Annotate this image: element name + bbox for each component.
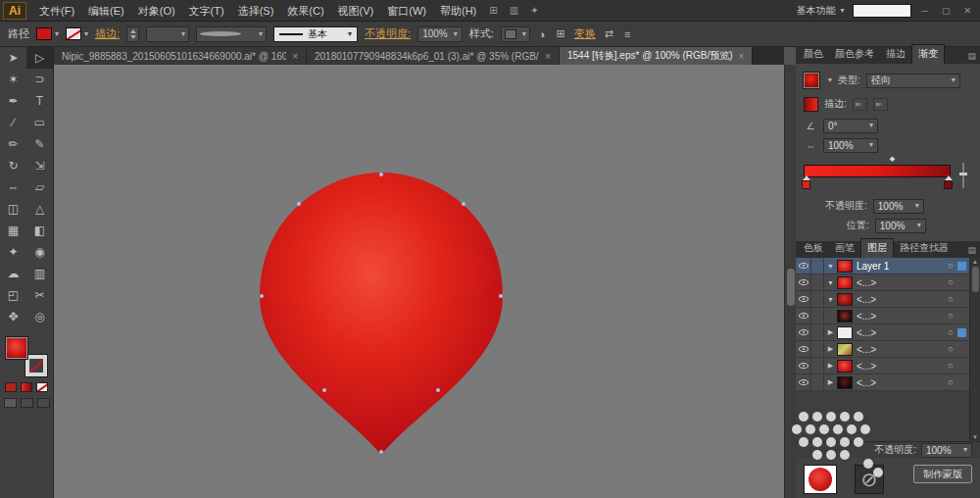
panel-tab[interactable]: 描边 [880,45,911,64]
selection-indicator[interactable] [957,345,966,354]
mesh-tool[interactable]: ▦ [0,220,26,241]
stroke-gradient-within-button[interactable] [853,98,867,111]
lock-toggle[interactable] [811,308,824,324]
stroke-swatch[interactable] [25,355,47,376]
target-icon[interactable]: ○ [944,344,957,354]
fill-stroke-widget[interactable] [6,337,47,376]
draw-normal-button[interactable] [4,398,17,408]
expand-toggle-icon[interactable]: ▶ [824,378,837,386]
close-icon[interactable]: × [545,51,551,62]
transform-panel-link[interactable]: 变换 [574,26,596,41]
expand-toggle-icon[interactable]: ▼ [824,296,837,303]
gradient-type-select[interactable]: 径向 ▾ [866,74,960,88]
lock-toggle[interactable] [811,341,824,357]
menu-item[interactable]: 窗口(W) [380,0,433,22]
scroll-up-icon[interactable]: ▲ [972,259,978,265]
menu-item[interactable]: 选择(S) [231,0,281,22]
selection-indicator[interactable] [957,278,966,287]
graphic-style-select[interactable]: ▾ [501,26,530,42]
recolor-artwork-icon[interactable]: ◑ [537,28,548,40]
object-thumbnail[interactable] [804,465,837,494]
panel-tab[interactable]: 颜色参考 [829,45,880,64]
gradient-button[interactable] [21,382,32,392]
layer-name[interactable]: Layer 1 [857,261,944,272]
layer-name[interactable]: <...> [857,361,944,372]
panel-tab[interactable]: 路径查找器 [894,239,955,258]
layer-row[interactable]: ▶ <...> ○ [796,358,969,374]
stroke-panel-link[interactable]: 描边: [95,26,120,41]
transparency-opacity-field[interactable]: 100% ▾ [921,443,972,458]
menu-item[interactable]: 视图(V) [331,0,381,22]
lock-toggle[interactable] [811,291,824,307]
gradient-angle-field[interactable]: 0° ▾ [823,119,878,133]
gradient-aspect-field[interactable]: 100% ▾ [823,138,878,153]
fill-color-swatch[interactable]: ▾ [36,27,59,40]
panel-menu-icon[interactable]: ▤ [967,51,976,61]
layer-row[interactable]: ▼ <...> ○ [796,274,969,291]
zoom-tool[interactable]: ◎ [26,306,53,327]
scroll-down-icon[interactable]: ▼ [972,434,978,440]
document-tab[interactable]: 20180107790948834k6p6_01 (3).ai* @ 35% (… [307,47,560,65]
layer-name[interactable]: <...> [857,327,944,338]
expand-toggle-icon[interactable]: ▼ [824,279,837,286]
panel-options-icon[interactable]: ≡ [622,28,632,40]
menu-item[interactable]: 效果(C) [280,0,330,22]
grid-view-icon[interactable]: ▥ [504,5,524,16]
lock-toggle[interactable] [811,374,824,390]
gradient-location-field[interactable]: 100% ▾ [875,219,926,233]
target-icon[interactable]: ○ [944,294,957,304]
close-icon[interactable]: × [292,51,298,62]
opacity-panel-link[interactable]: 不透明度: [365,26,411,41]
visibility-toggle[interactable] [796,258,811,274]
search-input[interactable] [853,4,911,18]
artboard-tool[interactable]: ◰ [0,284,26,306]
stroke-weight-select[interactable]: ▾ [146,26,189,42]
restore-icon[interactable]: ▢ [939,6,954,16]
shuffle-icon[interactable]: ⇄ [603,27,615,40]
visibility-toggle[interactable] [796,324,811,340]
gradient-tool[interactable]: ◧ [26,220,53,241]
canvas[interactable] [54,65,784,498]
brush-definition-select[interactable]: 基本 ▾ [273,26,358,42]
expand-toggle-icon[interactable]: ▶ [824,362,837,370]
fill-swatch[interactable] [6,337,27,359]
reverse-gradient-icon[interactable] [804,97,818,112]
stroke-color-swatch[interactable]: ▾ [66,27,88,40]
artwork-red-blob[interactable] [260,173,503,455]
gradient-swatch[interactable] [804,73,819,88]
pen-tool[interactable]: ✒ [0,90,26,112]
arrange-documents-icon[interactable]: ⊞ [483,5,503,16]
blend-tool[interactable]: ◉ [26,241,53,263]
stroke-weight-stepper[interactable] [126,26,139,42]
rectangle-tool[interactable]: ▭ [26,112,53,133]
workspace-switcher[interactable]: 基本功能 ▾ [797,4,845,18]
close-icon[interactable]: × [739,51,745,62]
layers-scrollbar[interactable]: ▲ ▼ [969,258,980,441]
target-icon[interactable]: ○ [944,311,957,321]
selection-indicator[interactable] [957,328,966,337]
lock-toggle[interactable] [811,258,824,274]
layer-row[interactable]: ▶ <...> ○ [796,341,969,358]
panel-tab[interactable]: 图层 [860,238,894,258]
visibility-toggle[interactable] [796,358,811,374]
rotate-tool[interactable]: ↻ [0,155,26,176]
eyedropper-tool[interactable]: ✦ [0,241,26,263]
line-segment-tool[interactable]: ∕ [0,112,26,133]
lasso-tool[interactable]: ⊃ [26,69,53,90]
magic-wand-tool[interactable]: ✶ [0,69,26,90]
draw-behind-button[interactable] [21,398,33,408]
visibility-toggle[interactable] [796,308,811,324]
document-tab[interactable]: 1544 [转换].eps* @ 100% (RGB/预览) × [560,47,753,65]
panel-menu-icon[interactable]: ▤ [967,245,976,255]
make-mask-button[interactable]: 制作蒙版 [913,465,972,483]
shape-builder-tool[interactable]: ◫ [0,198,26,220]
type-tool[interactable]: T [26,90,53,112]
stroke-gradient-along-button[interactable] [873,98,888,111]
target-icon[interactable]: ○ [944,361,957,371]
opacity-field[interactable]: 100% ▾ [417,26,463,42]
panel-tab[interactable]: 颜色 [798,45,829,64]
width-tool[interactable]: ⇔ [0,176,26,198]
free-transform-tool[interactable]: ▱ [26,176,53,198]
layer-name[interactable]: <...> [857,277,944,288]
align-icon[interactable]: ⊞ [554,27,566,40]
